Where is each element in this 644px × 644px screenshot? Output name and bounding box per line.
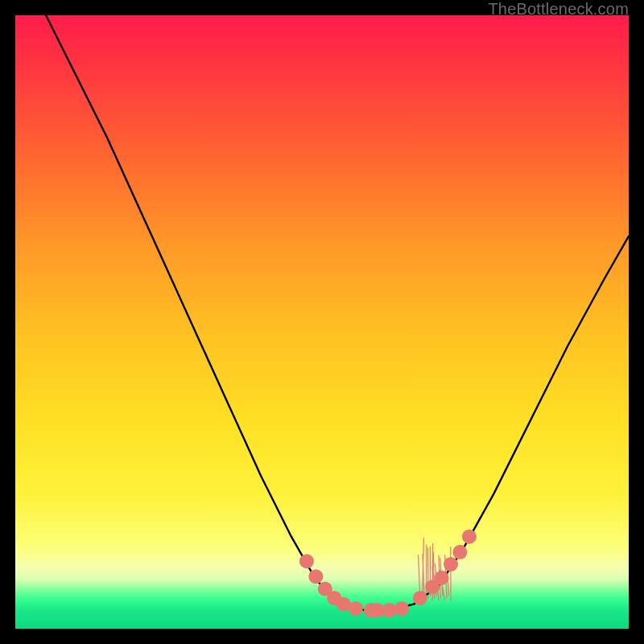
data-markers bbox=[299, 530, 477, 617]
bottleneck-curve bbox=[46, 15, 629, 610]
data-marker bbox=[435, 571, 449, 585]
data-marker bbox=[308, 569, 323, 584]
data-marker bbox=[349, 601, 363, 616]
data-marker bbox=[444, 557, 458, 572]
data-marker bbox=[452, 545, 467, 559]
data-marker bbox=[413, 591, 427, 605]
data-marker bbox=[462, 530, 477, 544]
data-marker bbox=[299, 554, 314, 568]
watermark-text: TheBottleneck.com bbox=[488, 0, 629, 19]
plot-area bbox=[15, 15, 629, 629]
data-marker bbox=[382, 603, 397, 617]
data-marker bbox=[394, 601, 409, 616]
chart-frame: TheBottleneck.com bbox=[0, 0, 644, 644]
chart-svg bbox=[15, 15, 629, 629]
